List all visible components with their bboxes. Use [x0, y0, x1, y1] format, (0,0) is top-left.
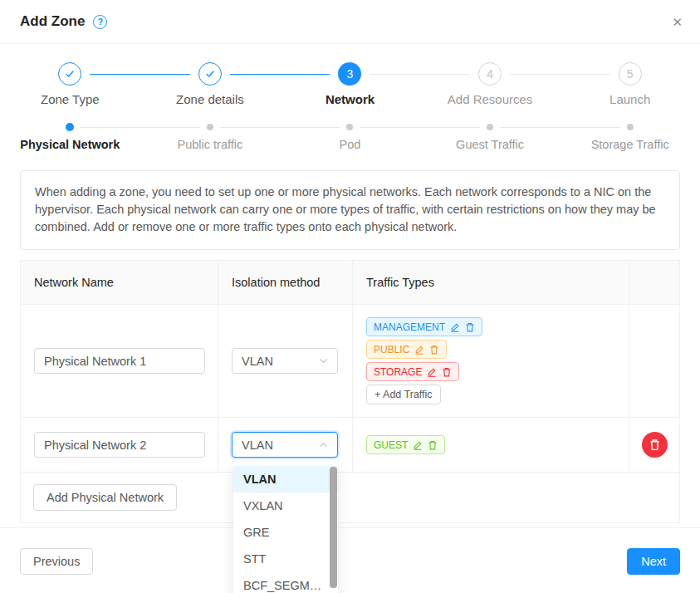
dropdown-option-bcf-segment[interactable]: BCF_SEGM…	[233, 572, 338, 593]
delete-icon[interactable]	[429, 345, 439, 355]
column-header-network-name: Network Name	[21, 261, 218, 305]
step-zone-type: Zone Type	[0, 62, 140, 106]
column-header-traffic-types: Traffic Types	[353, 261, 629, 305]
network-name-input[interactable]	[34, 348, 205, 374]
add-physical-network-button[interactable]: Add Physical Network	[33, 484, 177, 511]
substep-label: Storage Traffic	[591, 138, 669, 151]
step-number: 4	[478, 62, 502, 86]
modal-header: Add Zone ? ✕	[0, 0, 700, 44]
step-launch: 5 Launch	[560, 62, 700, 106]
step-label: Network	[326, 92, 374, 106]
substep-label: Physical Network	[20, 138, 120, 151]
substep-pod: Pod	[280, 123, 420, 151]
substep-dot	[207, 124, 213, 130]
substep-dot	[66, 123, 74, 131]
substep-label: Public traffic	[178, 138, 243, 151]
dropdown-option-vlan[interactable]: VLAN	[233, 466, 338, 493]
page-title: Add Zone	[20, 13, 85, 30]
dropdown-option-vxlan[interactable]: VXLAN	[233, 493, 338, 519]
wizard-steps: Zone Type Zone details 3 Network 4 Add R…	[0, 62, 700, 106]
column-header-actions	[629, 261, 679, 305]
physical-networks-table: Network Name Isolation method Traffic Ty…	[20, 260, 680, 523]
edit-icon[interactable]	[450, 322, 460, 332]
substep-label: Guest Traffic	[456, 138, 524, 151]
step-number: 3	[338, 62, 361, 86]
dropdown-option-stt[interactable]: STT	[233, 546, 338, 572]
add-traffic-button[interactable]: + Add Traffic	[366, 385, 441, 404]
edit-icon[interactable]	[427, 367, 437, 377]
step-add-resources: 4 Add Resources	[420, 62, 560, 106]
physical-network-info-text: When adding a zone, you need to set up o…	[20, 170, 680, 250]
delete-icon[interactable]	[465, 322, 475, 332]
traffic-types-cell: GUEST	[353, 418, 629, 473]
isolation-method-dropdown: VLAN VXLAN GRE STT BCF_SEGM…	[233, 463, 338, 593]
tag-label: STORAGE	[374, 366, 422, 378]
step-label: Zone Type	[41, 92, 100, 106]
table-footer-row: Add Physical Network	[21, 473, 679, 522]
step-zone-details: Zone details	[140, 62, 281, 106]
step-number: 5	[619, 62, 642, 86]
substep-dot	[487, 124, 493, 130]
isolation-method-select-open[interactable]: VLAN	[232, 432, 338, 458]
step-label: Zone details	[176, 92, 244, 106]
trash-icon	[649, 439, 661, 451]
select-value: VLAN	[242, 355, 273, 368]
step-label: Add Resources	[448, 92, 533, 106]
tag-label: PUBLIC	[374, 344, 409, 355]
actions-cell	[629, 305, 679, 418]
table-row	[21, 418, 218, 473]
traffic-tag-storage: STORAGE	[366, 362, 459, 381]
previous-button[interactable]: Previous	[20, 548, 93, 575]
network-substeps: Physical Network Public traffic Pod Gues…	[0, 123, 700, 151]
traffic-types-cell: MANAGEMENT PUBLIC STORAGE + Add Traffic	[353, 305, 629, 418]
traffic-tag-management: MANAGEMENT	[366, 317, 482, 336]
isolation-method-select[interactable]: VLAN	[232, 348, 338, 374]
tag-label: GUEST	[374, 439, 408, 451]
dropdown-option-gre[interactable]: GRE	[233, 519, 338, 546]
traffic-tag-public: PUBLIC	[366, 340, 447, 359]
chevron-down-icon	[319, 356, 328, 365]
traffic-tag-guest: GUEST	[366, 435, 445, 454]
step-network: 3 Network	[280, 62, 420, 106]
substep-guest-traffic: Guest Traffic	[420, 123, 560, 151]
substep-dot	[346, 124, 353, 130]
actions-cell	[629, 418, 679, 473]
edit-icon[interactable]	[414, 345, 424, 355]
tag-label: MANAGEMENT	[374, 321, 445, 333]
table-row	[21, 305, 218, 418]
delete-network-button[interactable]	[642, 432, 668, 458]
substep-label: Pod	[340, 138, 361, 151]
footer-divider	[0, 527, 700, 528]
delete-icon[interactable]	[442, 367, 452, 377]
add-zone-modal: Add Zone ? ✕ Zone Type Zone details 3 Ne…	[0, 0, 700, 593]
chevron-up-icon	[319, 440, 328, 449]
network-name-input[interactable]	[34, 432, 205, 458]
help-icon[interactable]: ?	[93, 15, 107, 29]
column-header-isolation-method: Isolation method	[218, 261, 353, 305]
substep-public-traffic: Public traffic	[140, 123, 281, 151]
edit-icon[interactable]	[413, 440, 423, 450]
dropdown-scrollbar-thumb[interactable]	[330, 467, 337, 588]
step-check-icon	[198, 62, 222, 86]
table-row: VLAN	[218, 305, 353, 418]
delete-icon[interactable]	[428, 440, 438, 450]
substep-storage-traffic: Storage Traffic	[560, 123, 700, 151]
select-value: VLAN	[242, 439, 273, 452]
step-check-icon	[58, 62, 81, 86]
close-icon[interactable]: ✕	[668, 12, 686, 32]
substep-dot	[627, 124, 634, 130]
substep-physical-network: Physical Network	[0, 123, 140, 151]
next-button[interactable]: Next	[627, 548, 680, 575]
step-label: Launch	[609, 92, 650, 106]
